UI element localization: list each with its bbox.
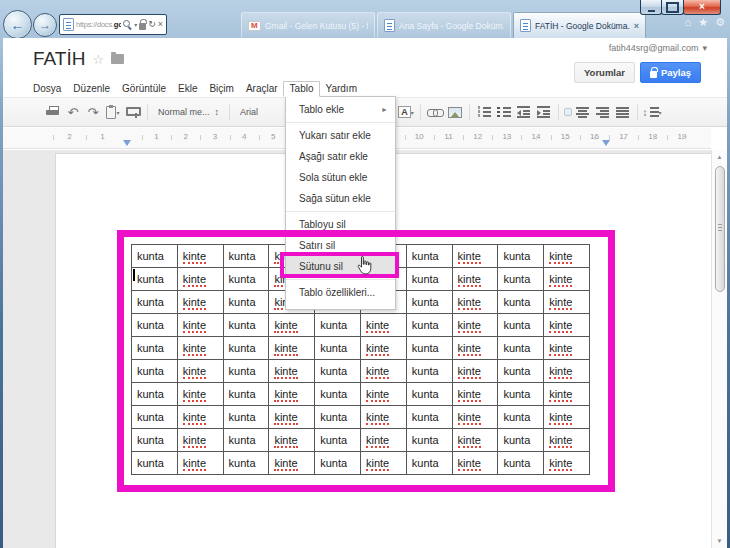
chevron-down-icon: ▾ xyxy=(702,43,707,53)
menu-item-saga-sutun-ekle[interactable]: Sağa sütun ekle xyxy=(286,188,395,209)
undo-icon[interactable]: ↶ xyxy=(63,101,83,123)
ruler-number: 5 xyxy=(259,132,288,144)
ruler-number: 11 xyxy=(434,132,463,144)
ruler-numbers: 12345678910111213141516171819 xyxy=(142,132,697,144)
comments-button[interactable]: Yorumlar xyxy=(574,62,635,83)
font-dropdown[interactable]: Arial xyxy=(234,107,264,117)
account-menu[interactable]: fatih44srg@gmail.com ▾ xyxy=(609,43,707,53)
folder-icon[interactable] xyxy=(111,54,124,64)
updown-icon: ↕ xyxy=(215,107,220,117)
bulleted-list-icon[interactable] xyxy=(497,106,511,118)
insert-image-icon[interactable] xyxy=(448,107,462,118)
print-icon[interactable] xyxy=(46,106,60,118)
document-title[interactable]: FATİH xyxy=(33,48,85,70)
submenu-arrow-icon: ► xyxy=(381,99,388,120)
ruler-number: 13 xyxy=(492,132,521,144)
ruler-number: 15 xyxy=(551,132,580,144)
paragraph-style-dropdown[interactable]: Normal me...↕ xyxy=(152,107,225,117)
ruler-number: 4 xyxy=(230,132,259,144)
ruler-number: 12 xyxy=(463,132,492,144)
line-spacing-icon[interactable]: ↕ xyxy=(643,106,659,118)
menu-dosya[interactable]: Dosya xyxy=(33,82,61,95)
menu-item-asagi-satir-ekle[interactable]: Aşağı satır ekle xyxy=(286,146,395,167)
url-text[interactable]: https://docs.google.c... xyxy=(76,20,121,29)
ruler-number: 2 xyxy=(53,132,86,144)
menu-item-sola-sutun-ekle[interactable]: Sola sütun ekle xyxy=(286,167,395,188)
ruler-number: 2 xyxy=(171,132,200,144)
window-controls: × xyxy=(640,0,721,15)
forward-button[interactable]: → xyxy=(33,13,57,37)
menu-ekle[interactable]: Ekle xyxy=(178,82,197,95)
insert-link-icon[interactable] xyxy=(427,107,443,117)
stop-icon[interactable]: × xyxy=(158,20,163,29)
ruler-number: 17 xyxy=(609,132,638,144)
decrease-indent-icon[interactable] xyxy=(517,106,531,118)
ruler-number: 1 xyxy=(86,132,119,144)
menu-araclar[interactable]: Araçlar xyxy=(246,82,278,95)
align-right-icon[interactable] xyxy=(596,106,610,118)
chevron-down-icon[interactable]: ▾ xyxy=(659,109,662,116)
menu-goruntule[interactable]: Görüntüle xyxy=(122,82,166,95)
close-icon: × xyxy=(699,2,705,12)
ruler-number: 1 xyxy=(142,132,171,144)
menu-yardim[interactable]: Yardım xyxy=(325,82,357,95)
paint-format-icon[interactable] xyxy=(126,106,140,119)
chevron-down-icon[interactable]: ▾ xyxy=(411,109,414,116)
maximize-button[interactable] xyxy=(661,0,684,15)
menu-item-highlight-annotation xyxy=(280,252,399,278)
ruler-number: 3 xyxy=(200,132,229,144)
close-window-button[interactable]: × xyxy=(683,0,721,15)
ruler-number: 18 xyxy=(638,132,667,144)
left-margin-marker[interactable] xyxy=(123,140,131,146)
favorites-star-icon[interactable]: ★ xyxy=(698,16,708,29)
menu-item-tablo-ekle[interactable]: Tablo ekle► xyxy=(286,99,395,120)
tab-close-icon[interactable]: × xyxy=(634,21,639,31)
tab-fatih-active[interactable]: FATİH - Google Doküma... × xyxy=(513,12,646,38)
home-icon[interactable]: ⌂ xyxy=(685,16,692,29)
share-button[interactable]: Paylaş xyxy=(640,62,701,83)
tab-docs-home[interactable]: Ana Sayfa - Google Doküm... xyxy=(377,12,511,38)
account-email: fatih44srg@gmail.com xyxy=(609,43,699,53)
right-margin-marker[interactable] xyxy=(602,140,610,146)
menu-bar: Dosya Düzenle Görüntüle Ekle Biçim Araçl… xyxy=(33,81,357,96)
browser-window: × ← → https://docs.google.c... ▾ ↻ × Gma… xyxy=(0,0,730,548)
ruler-number: 14 xyxy=(521,132,550,144)
scrollbar[interactable]: ▲ ▼ xyxy=(711,150,727,548)
docs-favicon xyxy=(63,18,74,31)
numbered-list-icon[interactable] xyxy=(477,106,491,118)
redo-icon[interactable]: ↷ xyxy=(83,101,103,123)
tools-gear-icon[interactable]: ⚙ xyxy=(715,16,725,29)
menu-item-yukari-satir-ekle[interactable]: Yukarı satır ekle xyxy=(286,125,395,146)
tab-label: FATİH - Google Doküma... xyxy=(535,21,630,31)
scroll-down-icon[interactable]: ▼ xyxy=(712,538,727,544)
address-bar[interactable]: https://docs.google.c... ▾ ↻ × xyxy=(59,14,167,35)
tab-label: Ana Sayfa - Google Doküm... xyxy=(399,21,504,31)
gmail-favicon xyxy=(248,21,261,31)
docs-favicon xyxy=(384,19,395,32)
search-icon[interactable] xyxy=(123,20,132,30)
refresh-icon[interactable]: ↻ xyxy=(148,20,156,29)
scroll-up-icon[interactable]: ▲ xyxy=(712,154,727,160)
lock-icon xyxy=(139,23,146,30)
ruler-number: 10 xyxy=(405,132,434,144)
scrollbar-thumb[interactable] xyxy=(715,166,725,292)
paste-icon[interactable] xyxy=(106,106,116,119)
chevron-down-icon[interactable]: ▾ xyxy=(134,21,137,28)
increase-indent-icon[interactable] xyxy=(537,106,551,118)
tab-label: Gmail - Gelen Kutusu (5) - f... xyxy=(265,21,368,31)
minimize-button[interactable] xyxy=(640,0,662,15)
hand-cursor-icon xyxy=(357,256,372,275)
ruler-number: 19 xyxy=(667,132,696,144)
highlight-color-icon[interactable]: A xyxy=(398,106,411,118)
menu-tablo[interactable]: Tablo xyxy=(283,81,321,97)
chevron-down-icon[interactable]: ▾ xyxy=(116,109,119,116)
menu-duzenle[interactable]: Düzenle xyxy=(73,82,110,95)
tab-gmail[interactable]: Gmail - Gelen Kutusu (5) - f... xyxy=(241,12,375,38)
back-button[interactable]: ← xyxy=(3,10,32,39)
menu-bicim[interactable]: Biçim xyxy=(209,82,233,95)
lock-icon xyxy=(650,71,657,78)
align-justify-icon[interactable] xyxy=(616,106,630,118)
align-center-icon[interactable] xyxy=(576,106,590,118)
ruler-left-numbers: 21 xyxy=(53,132,119,144)
favorite-star-icon[interactable]: ☆ xyxy=(92,52,104,67)
